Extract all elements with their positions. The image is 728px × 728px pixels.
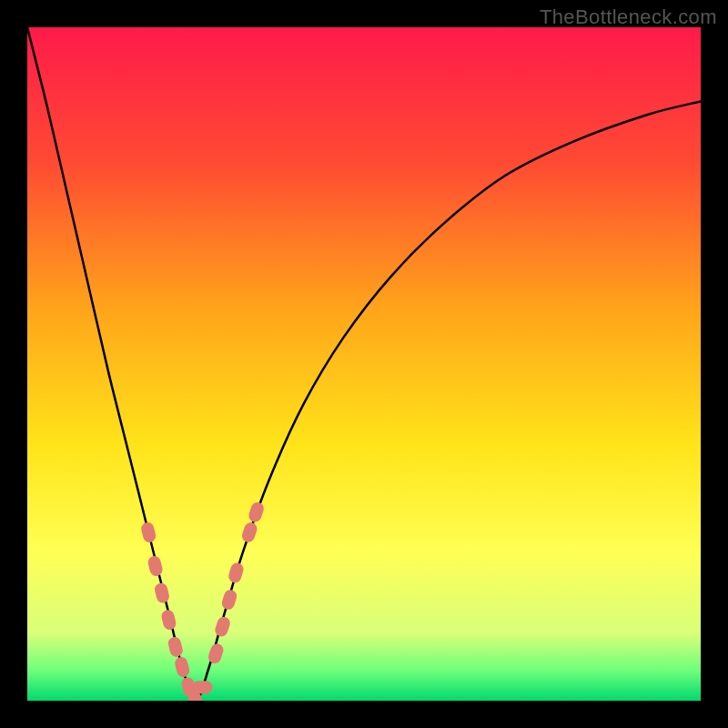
watermark-text: TheBottleneck.com — [540, 5, 717, 29]
chart-svg — [27, 27, 701, 701]
svg-rect-8 — [192, 681, 212, 693]
chart-background — [27, 27, 701, 701]
plot-area — [27, 27, 701, 701]
chart-frame: TheBottleneck.com — [0, 0, 728, 728]
